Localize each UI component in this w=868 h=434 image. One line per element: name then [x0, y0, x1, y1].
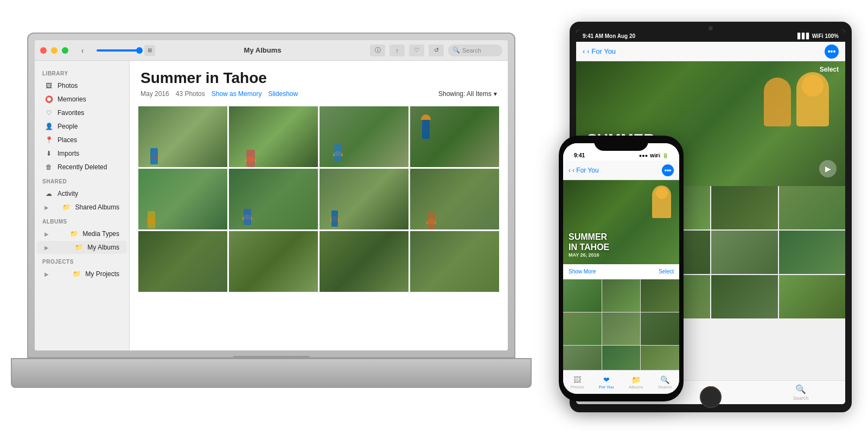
select-link[interactable]: Select — [659, 269, 674, 275]
iphone-tab-for-you[interactable]: ❤ For You — [599, 375, 614, 390]
iphone-tab-photos[interactable]: 🖼 Photos — [571, 375, 584, 390]
rotate-button[interactable]: ↺ — [429, 44, 444, 56]
ipad-select-button[interactable]: Select — [820, 66, 839, 73]
photo-cell[interactable] — [138, 106, 227, 167]
iphone-photo-cell[interactable] — [563, 346, 602, 370]
ipad-camera — [709, 26, 713, 30]
photo-cell[interactable] — [410, 231, 499, 292]
sidebar-item-imports[interactable]: ⬇ Imports — [37, 147, 127, 160]
sidebar-my-albums-label: My Albums — [87, 244, 119, 251]
my-projects-arrow-icon: ▶ — [44, 271, 49, 277]
iphone-back-button[interactable]: ‹ ‹ For You — [569, 167, 599, 174]
sidebar-item-photos[interactable]: 🖼 Photos — [37, 79, 127, 92]
photo-cell[interactable] — [410, 106, 499, 167]
photo-cell[interactable] — [410, 169, 499, 229]
ipad-wifi-icon: WiFi — [812, 33, 824, 39]
heart-button[interactable]: ♡ — [409, 44, 424, 56]
showing-chevron-icon: ▾ — [494, 90, 497, 98]
search-input[interactable]: 🔍 Search — [448, 44, 502, 56]
iphone-screen: 9:41 ●●● WiFi 🔋 ‹ ‹ For You ••• — [563, 143, 679, 394]
sidebar-item-shared-albums[interactable]: ▶ 📁 Shared Albums — [37, 201, 127, 214]
iphone-hero-date: MAY 26, 2016 — [569, 252, 609, 258]
iphone-hero-image: SUMMERIN TAHOE MAY 26, 2016 — [563, 180, 679, 264]
ipad-photo-cell[interactable] — [779, 275, 846, 318]
photo-cell[interactable] — [320, 231, 409, 292]
photo-cell[interactable] — [320, 169, 409, 229]
ipad-photo-cell[interactable] — [711, 275, 778, 318]
info-button[interactable]: ⓘ — [370, 44, 385, 56]
iphone-signal-icon: ●●● — [639, 153, 648, 158]
ipad-back-button[interactable]: ‹ ‹ For You — [583, 47, 616, 55]
ipad-more-button[interactable]: ••• — [825, 44, 839, 59]
iphone-photo-cell[interactable] — [641, 346, 679, 370]
showing-filter[interactable]: Showing: All Items ▾ — [438, 90, 497, 98]
show-as-memory-link[interactable]: Show as Memory — [212, 90, 262, 98]
macbook-screen: ‹ ⊞ My Albums ⓘ ↑ ♡ ↺ 🔍 Search — [35, 40, 508, 350]
photo-cell[interactable] — [320, 106, 409, 167]
iphone-tab-search[interactable]: 🔍 Search — [658, 375, 672, 390]
ipad-photo-cell[interactable] — [779, 186, 846, 229]
photos-app: ‹ ⊞ My Albums ⓘ ↑ ♡ ↺ 🔍 Search — [35, 40, 508, 350]
photo-cell[interactable] — [229, 231, 318, 292]
sidebar-item-places[interactable]: 📍 Places — [37, 133, 127, 146]
search-tab-label: Search — [793, 395, 809, 401]
photo-cell[interactable] — [229, 106, 318, 167]
close-button[interactable] — [40, 47, 47, 54]
sidebar-item-my-projects[interactable]: ▶ 📁 My Projects — [37, 267, 127, 280]
ipad-back-chevron-icon: ‹ — [583, 47, 585, 55]
grid-view-button[interactable]: ⊞ — [144, 45, 155, 56]
sidebar-item-media-types[interactable]: ▶ 📁 Media Types — [37, 227, 127, 240]
sidebar-item-favorites[interactable]: ♡ Favorites — [37, 106, 127, 119]
iphone-photo-cell[interactable] — [602, 312, 641, 345]
iphone-photo-cell[interactable] — [602, 279, 641, 312]
search-iphone-tab-icon: 🔍 — [660, 375, 669, 384]
sidebar-item-recently-deleted[interactable]: 🗑 Recently Deleted — [37, 161, 127, 174]
ipad-photo-cell[interactable] — [711, 231, 778, 274]
sidebar-item-activity[interactable]: ☁ Activity — [37, 187, 127, 200]
ipad-tab-search[interactable]: 🔍 Search — [793, 384, 809, 401]
slideshow-link[interactable]: Slideshow — [268, 90, 298, 98]
ipad-play-button[interactable]: ▶ — [819, 160, 837, 177]
back-button[interactable]: ‹ — [77, 45, 88, 56]
for-you-iphone-tab-icon: ❤ — [603, 375, 610, 384]
sidebar: Library 🖼 Photos ⭕ Memories ♡ — [35, 61, 130, 350]
search-tab-icon: 🔍 — [795, 384, 806, 394]
iphone-photo-cell[interactable] — [602, 346, 641, 370]
recently-deleted-icon: 🗑 — [44, 163, 53, 171]
ipad-navbar: ‹ ‹ For You ••• — [576, 42, 845, 61]
iphone-home-indicator — [594, 396, 648, 398]
maximize-button[interactable] — [62, 47, 68, 54]
photos-content: Library 🖼 Photos ⭕ Memories ♡ — [35, 61, 508, 350]
sidebar-places-label: Places — [58, 136, 77, 144]
iphone-tab-albums[interactable]: 📁 Albums — [629, 375, 643, 390]
iphone-back-chevron-icon: ‹ — [569, 167, 571, 174]
ipad-photo-cell[interactable] — [711, 186, 778, 229]
minimize-button[interactable] — [51, 47, 58, 54]
photo-cell[interactable] — [229, 169, 318, 229]
iphone-time: 9:41 — [574, 152, 585, 158]
ipad-back-label: ‹ For You — [587, 47, 616, 55]
show-more-link[interactable]: Show More — [569, 269, 596, 275]
iphone-wifi-icon: WiFi — [650, 153, 660, 158]
ipad-battery-label: 100% — [825, 33, 839, 39]
share-button[interactable]: ↑ — [390, 44, 405, 56]
photo-cell[interactable] — [138, 231, 227, 292]
ipad-statusbar: 9:41 AM Mon Aug 20 ▋▋▋ WiFi 100% — [576, 30, 845, 42]
sidebar-item-people[interactable]: 👤 People — [37, 120, 127, 133]
iphone-photo-cell[interactable] — [563, 279, 602, 312]
iphone-photo-cell[interactable] — [563, 312, 602, 345]
iphone-photo-cell[interactable] — [641, 279, 679, 312]
ipad-home-button[interactable] — [700, 386, 722, 408]
sidebar-people-label: People — [58, 123, 78, 130]
sidebar-item-my-albums[interactable]: ▶ 📁 My Albums — [37, 241, 127, 254]
zoom-slider[interactable] — [97, 49, 140, 52]
iphone-more-button[interactable]: ••• — [662, 164, 674, 176]
photo-cell[interactable] — [138, 169, 227, 229]
main-content: Summer in Tahoe May 2016 43 Photos Show … — [130, 61, 508, 350]
ipad-photo-cell[interactable] — [779, 231, 846, 274]
iphone-photo-cell[interactable] — [641, 312, 679, 345]
photos-titlebar: ‹ ⊞ My Albums ⓘ ↑ ♡ ↺ 🔍 Search — [35, 40, 508, 61]
sidebar-item-memories[interactable]: ⭕ Memories — [37, 93, 127, 106]
iphone-navbar: ‹ ‹ For You ••• — [563, 161, 679, 180]
albums-iphone-tab-icon: 📁 — [631, 375, 641, 384]
